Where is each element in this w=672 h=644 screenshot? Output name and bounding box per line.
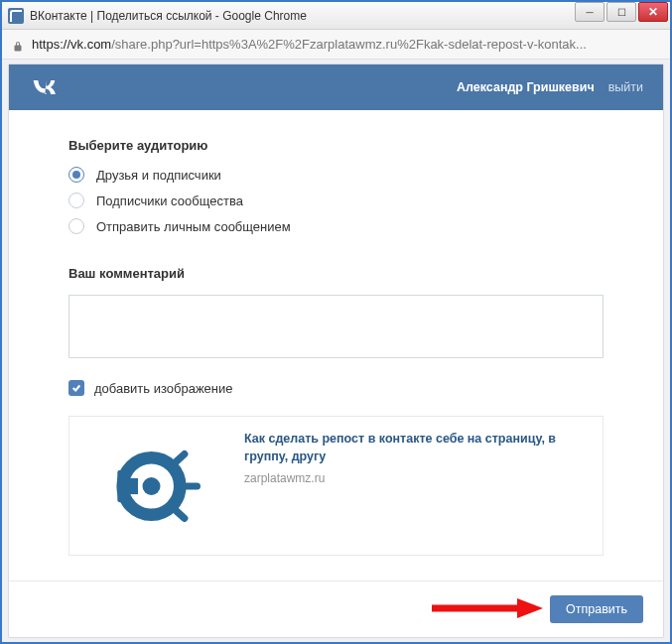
preview-domain: zarplatawmz.ru	[244, 471, 591, 485]
comment-textarea[interactable]	[68, 295, 604, 358]
svg-line-6	[174, 508, 185, 518]
add-image-checkbox-row[interactable]: добавить изображение	[68, 380, 604, 396]
share-panel: Александр Гришкевич выйти Выберите аудит…	[8, 64, 664, 638]
audience-heading: Выберите аудиторию	[68, 138, 604, 153]
content-area: Александр Гришкевич выйти Выберите аудит…	[2, 60, 670, 642]
window-buttons: ─ ☐ ✕	[575, 2, 670, 29]
share-form: Выберите аудиторию Друзья и подписчики П…	[9, 110, 663, 580]
svg-line-4	[174, 453, 185, 463]
vk-logo-icon	[29, 73, 57, 101]
radio-private-message[interactable]: Отправить личным сообщением	[68, 218, 604, 234]
lock-icon	[12, 39, 24, 51]
preview-title: Как сделать репост в контакте себе на ст…	[244, 431, 591, 465]
radio-label: Подписчики сообщества	[96, 193, 243, 208]
radio-icon	[68, 167, 84, 183]
minimize-button[interactable]: ─	[575, 2, 605, 22]
checkbox-icon	[68, 380, 84, 396]
maximize-button[interactable]: ☐	[606, 2, 636, 22]
svg-point-1	[143, 477, 161, 495]
share-footer: Отправить	[9, 580, 663, 637]
username-label: Александр Гришкевич	[457, 80, 595, 94]
audience-radio-group: Друзья и подписчики Подписчики сообществ…	[68, 167, 604, 244]
submit-button[interactable]: Отправить	[550, 595, 643, 623]
preview-meta: Как сделать репост в контакте себе на ст…	[244, 429, 591, 543]
chrome-window: ВКонтакте | Поделиться ссылкой - Google …	[2, 2, 670, 642]
add-image-label: добавить изображение	[94, 381, 233, 396]
url-text: https://vk.com/share.php?url=https%3A%2F…	[32, 37, 660, 52]
link-preview: Как сделать репост в контакте себе на ст…	[68, 416, 604, 556]
comment-heading: Ваш комментарий	[68, 266, 604, 281]
radio-label: Друзья и подписчики	[96, 168, 221, 183]
radio-label: Отправить личным сообщением	[96, 219, 291, 234]
logout-link[interactable]: выйти	[608, 80, 643, 94]
close-button[interactable]: ✕	[638, 2, 668, 22]
radio-friends[interactable]: Друзья и подписчики	[68, 167, 604, 183]
window-title: ВКонтакте | Поделиться ссылкой - Google …	[30, 9, 575, 23]
window-titlebar: ВКонтакте | Поделиться ссылкой - Google …	[2, 2, 670, 30]
svg-rect-3	[117, 469, 126, 501]
address-bar[interactable]: https://vk.com/share.php?url=https%3A%2F…	[2, 30, 670, 60]
vk-header: Александр Гришкевич выйти	[9, 64, 663, 110]
radio-icon	[68, 218, 84, 234]
radio-community[interactable]: Подписчики сообщества	[68, 193, 604, 208]
vk-favicon	[8, 8, 24, 24]
radio-icon	[68, 193, 84, 208]
svg-marker-8	[517, 598, 543, 618]
annotation-arrow-icon	[430, 597, 544, 619]
preview-thumbnail	[81, 429, 230, 543]
